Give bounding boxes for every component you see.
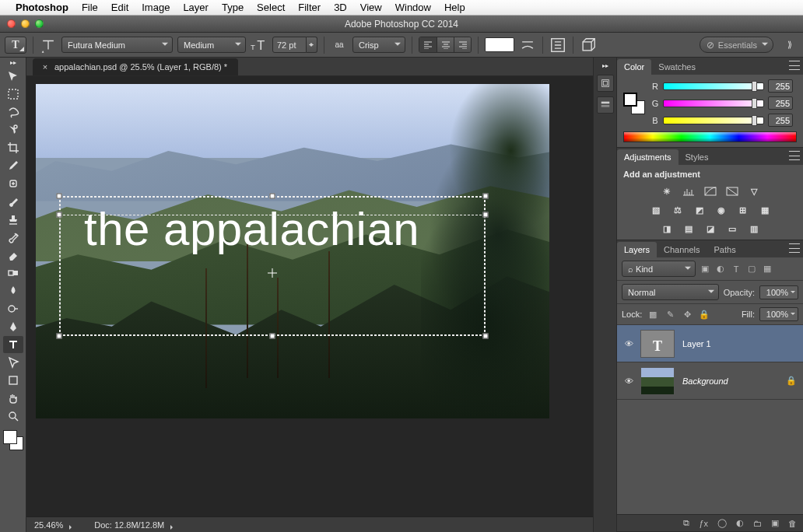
adj-gradient-map-icon[interactable]: ▭	[725, 222, 739, 235]
document-tab[interactable]: × appalachian.psd @ 25.5% (Layer 1, RGB/…	[33, 58, 238, 75]
canvas[interactable]: the appalachian	[36, 84, 549, 418]
panel-menu-icon[interactable]	[789, 61, 800, 70]
text-layer-content[interactable]: the appalachian	[84, 202, 419, 256]
align-right-button[interactable]	[454, 37, 471, 52]
menu-app[interactable]: Photoshop	[16, 2, 68, 13]
fg-color-swatch[interactable]	[3, 430, 17, 444]
menu-file[interactable]: File	[82, 2, 98, 13]
layer-name[interactable]: Layer 1	[682, 339, 711, 348]
delete-layer-icon[interactable]: 🗑	[788, 519, 797, 528]
marquee-tool-icon[interactable]	[3, 86, 23, 103]
adj-levels-icon[interactable]	[682, 185, 696, 198]
antialias-select[interactable]: Crisp	[352, 37, 405, 53]
canvas-viewport[interactable]: the appalachian	[26, 76, 593, 516]
warp-text-icon[interactable]	[519, 37, 536, 54]
current-tool-chip[interactable]: T	[5, 37, 26, 54]
tab-paths[interactable]: Paths	[707, 242, 743, 257]
3d-icon[interactable]	[580, 37, 597, 54]
channel-b-slider[interactable]	[663, 117, 764, 124]
spectrum-picker[interactable]	[623, 131, 797, 142]
pen-tool-icon[interactable]	[3, 318, 23, 335]
lock-all-icon[interactable]: 🔒	[698, 308, 710, 320]
tab-styles[interactable]: Styles	[679, 149, 716, 165]
brush-tool-icon[interactable]	[3, 193, 23, 210]
filter-shape-icon[interactable]: ▢	[745, 263, 758, 275]
menu-layer[interactable]: Layer	[183, 2, 209, 13]
layer-row[interactable]: 👁 T Layer 1	[617, 325, 803, 362]
font-weight-select[interactable]: Medium	[177, 37, 246, 53]
menu-view[interactable]: View	[360, 2, 382, 13]
visibility-toggle-icon[interactable]: 👁	[617, 376, 640, 386]
zoom-level[interactable]: 25.46%	[34, 520, 71, 530]
new-fill-adj-icon[interactable]: ◐	[736, 518, 744, 528]
adj-channel-mixer-icon[interactable]: ⊞	[736, 204, 750, 216]
lock-paint-icon[interactable]: ✎	[664, 308, 676, 320]
minimize-window-button[interactable]	[21, 19, 30, 28]
layer-thumbnail[interactable]: T	[640, 330, 675, 358]
adj-exposure-icon[interactable]	[725, 185, 739, 198]
workspace-switcher[interactable]: Essentials	[700, 37, 773, 53]
history-panel-icon[interactable]	[597, 75, 614, 92]
adj-hue-icon[interactable]: ▧	[649, 204, 663, 216]
dodge-tool-icon[interactable]	[3, 300, 23, 317]
tab-channels[interactable]: Channels	[657, 242, 707, 257]
channel-g-value[interactable]	[768, 96, 793, 110]
new-group-icon[interactable]: 🗀	[753, 519, 762, 528]
filter-adjust-icon[interactable]: ◐	[714, 263, 727, 275]
new-layer-icon[interactable]: ▣	[771, 518, 779, 528]
menu-help[interactable]: Help	[444, 2, 465, 13]
channel-g-slider[interactable]	[663, 100, 764, 107]
layer-name[interactable]: Background	[682, 376, 728, 386]
filter-pixel-icon[interactable]: ▣	[699, 263, 711, 275]
panel-menu-icon[interactable]	[789, 243, 800, 253]
menu-3d[interactable]: 3D	[334, 2, 347, 13]
lock-position-icon[interactable]: ✥	[681, 308, 693, 320]
zoom-tool-icon[interactable]	[3, 408, 23, 425]
blend-mode-select[interactable]: Normal	[622, 284, 719, 300]
font-size-stepper[interactable]	[307, 37, 317, 53]
doc-size[interactable]: Doc: 12.8M/12.8M	[94, 520, 172, 530]
gradient-tool-icon[interactable]	[3, 264, 23, 282]
font-family-select[interactable]: Futura Medium	[61, 37, 173, 53]
tab-layers[interactable]: Layers	[617, 242, 657, 257]
move-tool-icon[interactable]	[3, 68, 23, 85]
menu-type[interactable]: Type	[222, 2, 244, 13]
adj-curves-icon[interactable]	[703, 185, 717, 198]
adj-brightness-icon[interactable]: ☀	[660, 185, 674, 198]
character-panel-icon[interactable]	[549, 37, 566, 54]
font-size-field[interactable]: 72 pt	[272, 37, 317, 53]
text-align-group[interactable]	[419, 37, 472, 53]
hand-tool-icon[interactable]	[3, 390, 23, 407]
menu-select[interactable]: Select	[257, 2, 285, 13]
layer-thumbnail[interactable]	[640, 367, 675, 395]
adj-selective-color-icon[interactable]: ▥	[747, 222, 761, 235]
crop-tool-icon[interactable]	[3, 139, 23, 156]
adj-photo-filter-icon[interactable]: ◉	[714, 204, 728, 216]
text-color-swatch[interactable]	[485, 37, 514, 52]
fill-field[interactable]: 100%	[759, 307, 798, 321]
filter-smart-icon[interactable]: ▦	[761, 263, 773, 275]
layer-lock-icon[interactable]: 🔒	[786, 376, 797, 386]
opacity-field[interactable]: 100%	[759, 285, 798, 299]
quick-select-tool-icon[interactable]	[3, 121, 23, 138]
properties-panel-icon[interactable]	[597, 96, 614, 114]
zoom-window-button[interactable]	[35, 19, 44, 28]
menu-window[interactable]: Window	[395, 2, 431, 13]
adj-balance-icon[interactable]: ⚖	[671, 204, 685, 216]
layer-style-icon[interactable]: ƒx	[699, 519, 708, 528]
adj-color-lookup-icon[interactable]: ▦	[758, 204, 772, 216]
adj-vibrance-icon[interactable]: ▽	[747, 185, 761, 198]
path-select-tool-icon[interactable]	[3, 354, 23, 371]
filter-type-icon[interactable]: T	[730, 263, 742, 275]
lasso-tool-icon[interactable]	[3, 103, 23, 121]
orientation-toggle-icon[interactable]	[40, 37, 57, 54]
panel-menu-icon[interactable]	[789, 151, 800, 160]
history-brush-tool-icon[interactable]	[3, 229, 23, 246]
tools-expand-icon[interactable]: ▸▸	[0, 58, 26, 67]
tab-color[interactable]: Color	[617, 59, 651, 75]
adj-threshold-icon[interactable]: ◪	[703, 222, 717, 235]
type-tool-icon[interactable]	[3, 336, 23, 353]
menu-image[interactable]: Image	[142, 2, 170, 13]
fg-bg-color-icon[interactable]	[2, 429, 24, 451]
eraser-tool-icon[interactable]	[3, 247, 23, 264]
